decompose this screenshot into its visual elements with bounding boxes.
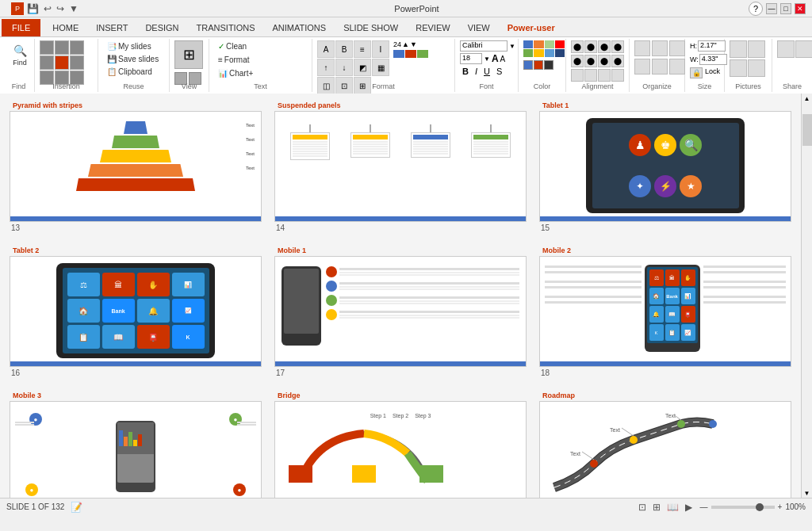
view-icon-large[interactable]: ⊞ [174, 40, 203, 69]
color-swatch-2[interactable] [405, 50, 416, 58]
slide-15[interactable]: ♟ ♚ 🔍 ✦ ⚡ ★ [539, 111, 791, 222]
color-swatch-3[interactable] [417, 50, 428, 58]
close-button[interactable]: ✕ [795, 3, 806, 14]
theme-color-5[interactable] [523, 49, 533, 57]
undo-button[interactable]: ↩ [42, 3, 53, 14]
pictures-btn-1[interactable] [730, 40, 747, 58]
rotate-ccw[interactable] [584, 69, 597, 82]
fontsize-down[interactable]: ▼ [410, 40, 417, 48]
tab-animations[interactable]: ANIMATIONS [264, 19, 335, 36]
tab-view[interactable]: VIEW [459, 19, 499, 36]
line-color[interactable] [534, 60, 543, 70]
format-button[interactable]: ≡ Format [214, 54, 254, 66]
format-btn-9[interactable]: ◫ [317, 77, 335, 94]
theme-color-3[interactable] [545, 40, 554, 48]
theme-color-1[interactable] [523, 40, 533, 48]
normal-view-button[interactable]: ⊡ [637, 502, 648, 513]
flip-v[interactable] [611, 69, 624, 82]
lock-ratio-btn[interactable]: 🔒 [690, 67, 703, 78]
minimize-button[interactable]: — [766, 3, 777, 14]
align-bottom[interactable]: ⬤ [598, 55, 611, 67]
flip-h[interactable] [598, 69, 611, 82]
format-btn-10[interactable]: ⊡ [335, 77, 353, 94]
slide-19[interactable]: ● ● ● ● [10, 401, 262, 498]
redo-button[interactable]: ↪ [55, 3, 66, 14]
pictures-btn-2[interactable] [748, 40, 765, 58]
organize-btn-5[interactable] [652, 59, 668, 74]
find-button[interactable]: 🔍 Find [8, 40, 32, 79]
align-middle[interactable]: ⬤ [584, 55, 597, 67]
align-right[interactable]: ⬤ [571, 55, 584, 67]
maximize-button[interactable]: □ [780, 3, 791, 14]
saveslides-button[interactable]: 💾 Save slides [103, 53, 163, 65]
scrollbar-right[interactable]: ▲ ▼ [801, 94, 812, 498]
format-btn-4[interactable]: I [372, 40, 389, 58]
slide-18[interactable]: ⚖ 🏛 ✋ 🏠 Bank 📊 🔔 📖 📮 K [539, 256, 791, 367]
width-input[interactable]: 4.33" [699, 54, 727, 65]
share-btn-2[interactable] [795, 40, 812, 58]
organize-btn-6[interactable] [669, 59, 685, 74]
align-left[interactable]: ⬤ [571, 40, 584, 53]
organize-btn-2[interactable] [652, 40, 668, 56]
save-qat-button[interactable]: 💾 [25, 3, 40, 14]
zoom-in-button[interactable]: + [778, 502, 783, 511]
tab-home[interactable]: HOME [44, 19, 87, 36]
tab-insert[interactable]: INSERT [87, 19, 136, 36]
clean-button[interactable]: ✓ Clean [214, 40, 251, 52]
share-btn-1[interactable] [777, 40, 795, 58]
theme-color-7[interactable] [545, 49, 554, 57]
scroll-up-button[interactable]: ▲ [802, 94, 812, 103]
format-btn-8[interactable]: ▦ [372, 59, 389, 76]
organize-btn-1[interactable] [634, 40, 650, 56]
scrollbar-thumb[interactable] [802, 114, 812, 146]
zoom-slider[interactable] [711, 506, 775, 509]
fontsize-up[interactable]: ▲ [402, 40, 409, 48]
italic-button[interactable]: I [473, 66, 480, 77]
tab-file[interactable]: FILE [2, 19, 40, 36]
theme-color-8[interactable] [555, 49, 565, 57]
format-btn-1[interactable]: A [317, 40, 335, 58]
color-swatch-1[interactable] [393, 50, 404, 58]
slide-20[interactable]: Step 1 Step 2 Step 3 [274, 401, 527, 498]
zoom-out-button[interactable]: — [700, 502, 708, 511]
slide-16[interactable]: ⚖ 🏛 ✋ 📊 🏠 Bank 🔔 📈 📋 📖 📮 [10, 256, 262, 367]
tab-review[interactable]: REVIEW [407, 19, 458, 36]
slide-17[interactable] [274, 256, 527, 367]
align-dist-v[interactable]: ⬤ [611, 55, 624, 67]
pictures-btn-4[interactable] [748, 59, 765, 77]
align-center[interactable]: ⬤ [584, 40, 597, 53]
qat-more-button[interactable]: ▼ [67, 3, 80, 14]
theme-color-6[interactable] [534, 49, 543, 57]
tab-design[interactable]: DESIGN [136, 19, 187, 36]
slideshow-button[interactable]: ▶ [684, 502, 694, 513]
rotate-cw[interactable] [571, 69, 584, 82]
align-dist-h[interactable]: ⬤ [611, 40, 624, 53]
pictures-btn-3[interactable] [730, 59, 747, 77]
tab-poweruser[interactable]: Power-user [499, 19, 564, 36]
tab-slideshow[interactable]: SLIDE SHOW [335, 19, 407, 36]
help-button[interactable]: ? [749, 2, 763, 16]
format-btn-3[interactable]: ≡ [354, 40, 371, 58]
height-input[interactable]: 2.17" [698, 40, 726, 52]
myslides-button[interactable]: 📑 My slides [103, 40, 163, 52]
font-size-arrow[interactable]: ▼ [484, 55, 490, 63]
format-btn-7[interactable]: ◩ [354, 59, 371, 76]
reading-view-button[interactable]: 📖 [665, 502, 680, 513]
underline-button[interactable]: U [481, 66, 492, 77]
tab-transitions[interactable]: TRANSITIONS [188, 19, 264, 36]
clipboard-button[interactable]: 📋 Clipboard [103, 66, 163, 78]
font-grow-button[interactable]: A [492, 53, 499, 64]
theme-color-2[interactable] [534, 40, 543, 48]
format-btn-11[interactable]: ⊞ [354, 77, 371, 94]
slides-grid-container[interactable]: Pyramid with stripes Text Text [0, 94, 801, 498]
fill-color[interactable] [523, 60, 533, 70]
slide-21[interactable]: Text Text Text [539, 401, 791, 498]
organize-btn-3[interactable] [669, 40, 685, 56]
font-size-dropdown[interactable]: 18 [460, 53, 482, 64]
theme-color-4[interactable] [555, 40, 565, 48]
shadow-button[interactable]: S [494, 66, 504, 77]
font-shrink-button[interactable]: A [500, 55, 506, 63]
font-family-arrow[interactable]: ▼ [509, 43, 515, 50]
font-family-dropdown[interactable]: Calibri [460, 40, 508, 52]
align-top[interactable]: ⬤ [598, 40, 611, 53]
